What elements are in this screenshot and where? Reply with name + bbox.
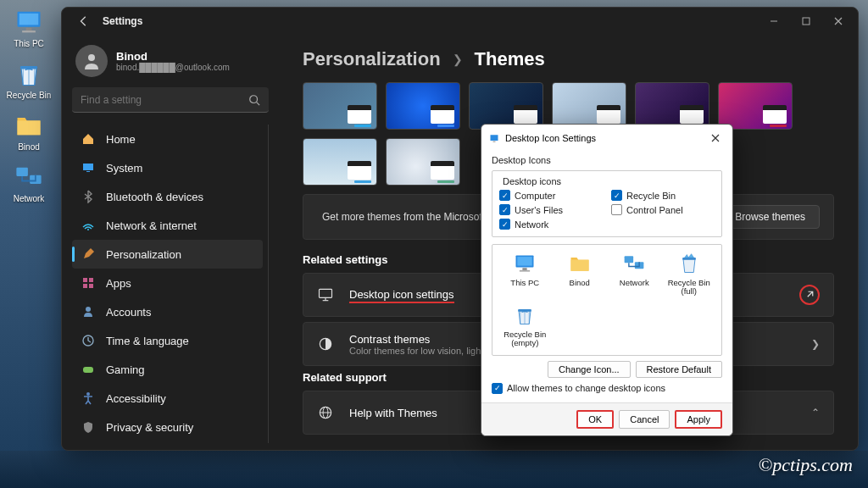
preview-icon-this-pc[interactable]: This PC: [499, 252, 551, 297]
sidebar-item-gaming[interactable]: Gaming: [72, 355, 263, 384]
breadcrumb-current: Themes: [475, 48, 545, 70]
svg-rect-30: [491, 135, 498, 141]
sidebar-item-personalization[interactable]: Personalization: [72, 240, 263, 269]
chevron-up-icon: ⌃: [811, 407, 820, 419]
dialog-tab[interactable]: Desktop Icons: [492, 155, 722, 165]
sidebar-item-system[interactable]: System: [72, 153, 263, 182]
sidebar-item-windows-update[interactable]: Windows Update: [72, 441, 263, 443]
svg-rect-15: [83, 278, 87, 282]
preview-icon-binod[interactable]: Binod: [554, 252, 606, 297]
sidebar-item-accessibility[interactable]: Accessibility: [72, 384, 263, 413]
svg-point-22: [86, 392, 90, 396]
desktop-icon-label: Binod: [18, 142, 40, 152]
breadcrumb: Personalization ❯ Themes: [303, 48, 834, 70]
svg-rect-23: [320, 289, 332, 297]
sidebar-item-label: Bluetooth & devices: [106, 191, 203, 203]
maximize-button[interactable]: [790, 9, 822, 33]
privacy-icon: [81, 419, 96, 435]
change-icon-button[interactable]: Change Icon...: [548, 361, 631, 378]
theme-thumb[interactable]: [635, 82, 709, 130]
sidebar-item-network-internet[interactable]: Network & internet: [72, 211, 263, 240]
sidebar-item-time-language[interactable]: Time & language: [72, 326, 263, 355]
monitor-icon: [315, 285, 336, 305]
theme-thumb[interactable]: [469, 82, 543, 130]
preview-icon-recycle-bin-full-[interactable]: Recycle Bin (full): [664, 252, 715, 297]
theme-thumb[interactable]: [303, 82, 377, 130]
accessibility-icon: [81, 391, 96, 406]
svg-rect-33: [518, 257, 533, 266]
accounts-icon: [81, 304, 96, 319]
checkbox-network[interactable]: ✓Network: [499, 219, 603, 230]
sidebar: Binod binod.██████@outlook.com HomeSyste…: [62, 35, 279, 450]
sidebar-item-label: Time & language: [106, 335, 189, 347]
desktop-icon-this-pc[interactable]: This PC: [14, 7, 44, 48]
watermark: ©pctips.com: [759, 454, 853, 476]
svg-point-19: [86, 307, 91, 312]
svg-rect-17: [83, 284, 87, 288]
external-link-icon: [799, 285, 820, 305]
desktop-icon-settings-dialog: Desktop Icon Settings Desktop Icons Desk…: [481, 124, 733, 436]
desktop-icon-label: Recycle Bin: [7, 91, 52, 100]
contrast-icon: [315, 334, 336, 354]
checkbox-computer[interactable]: ✓Computer: [499, 190, 603, 201]
sidebar-item-label: Network & internet: [106, 219, 197, 232]
breadcrumb-parent[interactable]: Personalization: [303, 48, 441, 70]
apply-button[interactable]: Apply: [675, 410, 722, 429]
time-icon: [81, 333, 96, 348]
svg-point-14: [87, 229, 89, 230]
preview-icon-recycle-bin-empty-[interactable]: Recycle Bin (empty): [499, 303, 551, 348]
sidebar-item-home[interactable]: Home: [72, 125, 263, 153]
desktop-icon-network[interactable]: Network: [14, 162, 45, 203]
gaming-icon: [81, 362, 96, 377]
dialog-close-button[interactable]: [705, 130, 726, 147]
back-button[interactable]: [72, 9, 96, 33]
user-email: binod.██████@outlook.com: [116, 63, 230, 72]
svg-rect-3: [22, 30, 36, 32]
svg-rect-16: [89, 278, 93, 282]
desktop-icon-label: Network: [14, 194, 45, 203]
folder-icon: [568, 252, 592, 275]
net-icon: [622, 252, 646, 275]
user-name: Binod: [116, 50, 230, 63]
sidebar-item-bluetooth-devices[interactable]: Bluetooth & devices: [72, 182, 263, 211]
folder-icon: [14, 110, 44, 141]
desktop-icon-binod[interactable]: Binod: [14, 110, 44, 152]
search-box[interactable]: [72, 87, 269, 113]
network-icon: [81, 218, 96, 233]
icon-preview[interactable]: This PCBinodNetworkRecycle Bin (full)Rec…: [492, 244, 722, 356]
preview-icon-network[interactable]: Network: [609, 252, 660, 297]
sidebar-item-label: Accessibility: [106, 392, 166, 405]
system-icon: [81, 160, 96, 175]
svg-rect-13: [86, 171, 90, 172]
sidebar-item-label: Gaming: [106, 363, 145, 376]
sidebar-item-label: Privacy & security: [106, 421, 193, 434]
checkbox-recycle-bin[interactable]: ✓Recycle Bin: [611, 190, 715, 201]
checkbox-user-s-files[interactable]: ✓User's Files: [499, 204, 603, 215]
browse-themes-button[interactable]: Browse themes: [721, 205, 820, 229]
preview-icon-label: Recycle Bin (empty): [499, 330, 551, 348]
sidebar-item-apps[interactable]: Apps: [72, 269, 263, 297]
allow-themes-checkbox[interactable]: ✓ Allow themes to change desktop icons: [492, 383, 722, 394]
personalization-icon: [81, 247, 96, 262]
sidebar-item-accounts[interactable]: Accounts: [72, 297, 263, 326]
theme-thumb[interactable]: [552, 82, 626, 130]
search-input[interactable]: [81, 94, 248, 106]
preview-icon-label: This PC: [510, 279, 539, 287]
desktop-icon-recycle-bin[interactable]: Recycle Bin: [7, 58, 52, 100]
cancel-button[interactable]: Cancel: [619, 410, 670, 429]
user-account[interactable]: Binod binod.██████@outlook.com: [72, 42, 269, 87]
close-button[interactable]: [822, 9, 854, 33]
svg-rect-21: [83, 367, 93, 373]
restore-default-button[interactable]: Restore Default: [636, 361, 722, 378]
checkbox-label: Control Panel: [626, 205, 683, 215]
theme-thumb[interactable]: [303, 138, 377, 186]
checkbox-label: Recycle Bin: [626, 191, 676, 201]
theme-thumb[interactable]: [386, 82, 460, 130]
theme-thumb[interactable]: [386, 138, 460, 186]
checkbox-control-panel[interactable]: Control Panel: [611, 204, 715, 215]
ok-button[interactable]: OK: [576, 410, 614, 429]
sidebar-item-label: Apps: [106, 277, 131, 290]
theme-thumb[interactable]: [718, 82, 793, 130]
minimize-button[interactable]: [758, 9, 790, 33]
sidebar-item-privacy-security[interactable]: Privacy & security: [72, 413, 263, 441]
